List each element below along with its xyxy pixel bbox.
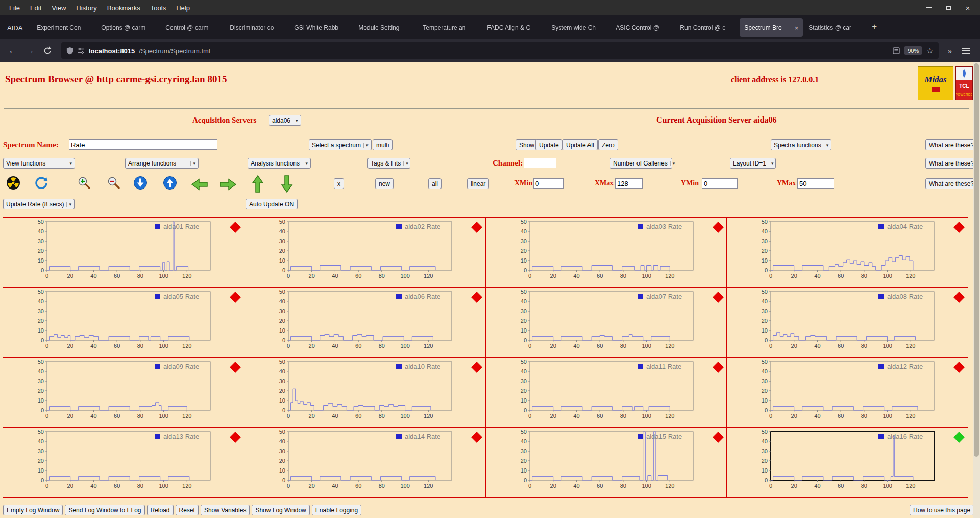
spectrum-chart[interactable]: 01020304050020406080100120aida02 Rate xyxy=(244,218,485,287)
spectrum-chart[interactable]: 01020304050020406080100120aida16 Rate xyxy=(727,428,968,497)
gallery-marker-icon[interactable] xyxy=(953,222,965,233)
gallery-cell-aida07[interactable]: 01020304050020406080100120aida07 Rate xyxy=(486,288,727,357)
midas-logo[interactable]: Midas xyxy=(918,66,953,100)
gallery-cell-aida15[interactable]: 01020304050020406080100120aida15 Rate xyxy=(486,428,727,497)
tags-fits-dropdown[interactable]: Tags & Fits▾ xyxy=(368,158,410,169)
tab-statistics-car[interactable]: Statistics @ car xyxy=(804,18,867,37)
menu-help[interactable]: Help xyxy=(171,2,195,14)
zoom-level-badge[interactable]: 90% xyxy=(904,46,922,55)
linear-button[interactable]: linear xyxy=(467,178,489,189)
ymin-input[interactable] xyxy=(702,178,738,189)
tab-control-carm[interactable]: Control @ carm xyxy=(161,18,224,37)
what-are-these-button-3[interactable]: What are these? xyxy=(925,178,977,189)
tab-asic-control[interactable]: ASIC Control @ xyxy=(611,18,674,37)
zoom-in-icon[interactable] xyxy=(77,176,91,192)
xmin-input[interactable] xyxy=(533,178,564,189)
y-shrink-icon[interactable] xyxy=(133,176,148,192)
spectrum-chart[interactable]: 01020304050020406080100120aida01 Rate xyxy=(3,218,244,287)
multi-button[interactable]: multi xyxy=(373,139,393,150)
ymax-input[interactable] xyxy=(797,178,834,189)
update-button[interactable]: Update xyxy=(535,139,562,150)
site-info-icon[interactable] xyxy=(78,47,85,54)
gallery-marker-icon[interactable] xyxy=(953,362,965,373)
scrollbar[interactable] xyxy=(973,62,980,518)
gallery-cell-aida09[interactable]: 01020304050020406080100120aida09 Rate xyxy=(3,358,244,427)
update-all-button[interactable]: Update All xyxy=(562,139,598,150)
spectrum-chart[interactable]: 01020304050020406080100120aida06 Rate xyxy=(244,288,485,357)
tab-spectrum-bro[interactable]: Spectrum Bro× xyxy=(740,18,803,37)
show-button[interactable]: Show xyxy=(516,139,538,150)
menu-bookmarks[interactable]: Bookmarks xyxy=(102,2,145,14)
acquisition-server-select[interactable]: aida06▾ xyxy=(269,115,301,126)
gallery-marker-icon[interactable] xyxy=(471,362,482,373)
gallery-cell-aida05[interactable]: 01020304050020406080100120aida05 Rate xyxy=(3,288,244,357)
gallery-marker-icon[interactable] xyxy=(230,362,241,373)
auto-update-button[interactable]: Auto Update ON xyxy=(246,199,298,209)
menu-edit[interactable]: Edit xyxy=(25,2,46,14)
spectrum-chart[interactable]: 01020304050020406080100120aida15 Rate xyxy=(486,428,727,497)
spectrum-chart[interactable]: 01020304050020406080100120aida03 Rate xyxy=(486,218,727,287)
gallery-cell-aida06[interactable]: 01020304050020406080100120aida06 Rate xyxy=(244,288,485,357)
menu-view[interactable]: View xyxy=(46,2,71,14)
spectra-functions-dropdown[interactable]: Spectra functions▾ xyxy=(771,139,831,150)
footer-show-variables[interactable]: Show Variables xyxy=(201,505,250,515)
bookmark-star-icon[interactable]: ☆ xyxy=(926,46,933,55)
pan-up-arrow-icon[interactable] xyxy=(251,175,264,195)
view-functions-dropdown[interactable]: View functions▾ xyxy=(3,158,75,169)
footer-reload[interactable]: Reload xyxy=(147,505,174,515)
spectrum-chart[interactable]: 01020304050020406080100120aida04 Rate xyxy=(727,218,968,287)
analysis-functions-dropdown[interactable]: Analysis functions▾ xyxy=(248,158,311,169)
app-menu-icon[interactable] xyxy=(957,48,975,54)
overflow-chevron-icon[interactable]: » xyxy=(945,46,955,55)
tab-discriminator-co[interactable]: Discriminator co xyxy=(225,18,288,37)
gallery-marker-icon[interactable] xyxy=(471,222,482,233)
new-tab-button[interactable]: + xyxy=(868,21,882,39)
gallery-marker-icon[interactable] xyxy=(230,222,241,233)
gallery-cell-aida03[interactable]: 01020304050020406080100120aida03 Rate xyxy=(486,218,727,287)
gallery-marker-icon[interactable] xyxy=(230,292,241,303)
spectrum-chart[interactable]: 01020304050020406080100120aida05 Rate xyxy=(3,288,244,357)
all-button[interactable]: all xyxy=(428,178,442,189)
arrange-functions-dropdown[interactable]: Arrange functions▾ xyxy=(125,158,199,169)
tab-close-icon[interactable]: × xyxy=(795,24,799,32)
gallery-marker-icon[interactable] xyxy=(713,362,724,373)
gallery-cell-aida01[interactable]: 01020304050020406080100120aida01 Rate xyxy=(3,218,244,287)
x-axis-button[interactable]: x xyxy=(334,178,344,189)
footer-empty-log-window[interactable]: Empty Log Window xyxy=(3,505,63,515)
radiation-icon[interactable] xyxy=(6,176,20,192)
xmax-input[interactable] xyxy=(615,178,643,189)
menu-tools[interactable]: Tools xyxy=(145,2,171,14)
tab-module-setting[interactable]: Module Setting xyxy=(354,18,417,37)
gallery-cell-aida04[interactable]: 01020304050020406080100120aida04 Rate xyxy=(727,218,968,287)
spectrum-chart[interactable]: 01020304050020406080100120aida12 Rate xyxy=(727,358,968,427)
number-of-galleries-dropdown[interactable]: Number of Galleries▾ xyxy=(610,158,672,169)
gallery-cell-aida11[interactable]: 01020304050020406080100120aida11 Rate xyxy=(486,358,727,427)
zoom-out-icon[interactable] xyxy=(107,176,121,192)
tab-run-control-c[interactable]: Run Control @ c xyxy=(675,18,739,37)
what-are-these-button-2[interactable]: What are these? xyxy=(925,158,977,169)
forward-button[interactable]: → xyxy=(22,43,38,58)
tab-experiment-con[interactable]: Experiment Con xyxy=(32,18,95,37)
update-rate-dropdown[interactable]: Update Rate (8 secs)▾ xyxy=(3,199,75,209)
gallery-cell-aida16[interactable]: 01020304050020406080100120aida16 Rate xyxy=(727,428,968,497)
gallery-cell-aida02[interactable]: 01020304050020406080100120aida02 Rate xyxy=(244,218,485,287)
back-button[interactable]: ← xyxy=(5,43,20,58)
gallery-marker-icon[interactable] xyxy=(953,432,965,443)
gallery-cell-aida14[interactable]: 01020304050020406080100120aida14 Rate xyxy=(244,428,485,497)
gallery-marker-icon[interactable] xyxy=(230,432,241,443)
spectrum-chart[interactable]: 01020304050020406080100120aida08 Rate xyxy=(727,288,968,357)
maximize-button[interactable] xyxy=(944,4,952,12)
gallery-cell-aida13[interactable]: 01020304050020406080100120aida13 Rate xyxy=(3,428,244,497)
gallery-cell-aida12[interactable]: 01020304050020406080100120aida12 Rate xyxy=(727,358,968,427)
tab-system-wide-ch[interactable]: System wide Ch xyxy=(547,18,610,37)
footer-send-log-window-to-elog[interactable]: Send Log Window to ELog xyxy=(65,505,144,515)
menu-history[interactable]: History xyxy=(71,2,102,14)
refresh-water-icon[interactable] xyxy=(34,176,48,192)
scrollbar-thumb[interactable] xyxy=(974,63,979,457)
footer-reset[interactable]: Reset xyxy=(176,505,199,515)
reader-view-icon[interactable] xyxy=(893,47,900,54)
minimize-button[interactable] xyxy=(925,4,933,12)
close-button[interactable]: × xyxy=(964,4,972,12)
zero-button[interactable]: Zero xyxy=(598,139,618,150)
layout-id-dropdown[interactable]: Layout ID=1▾ xyxy=(730,158,776,169)
